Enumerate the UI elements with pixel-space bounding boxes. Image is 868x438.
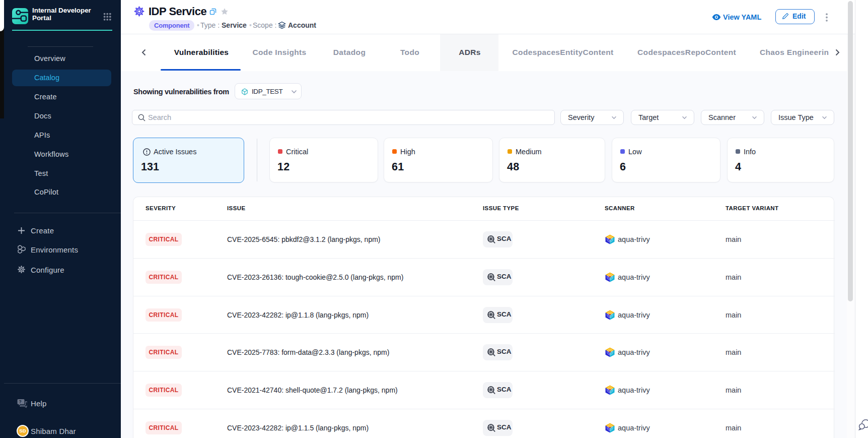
- svg-text:?: ?: [19, 399, 21, 404]
